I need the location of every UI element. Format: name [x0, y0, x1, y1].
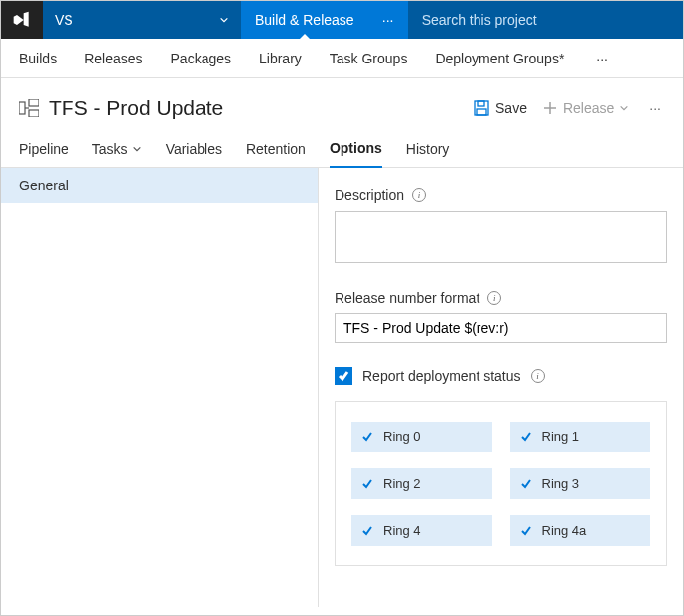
- tab-retention[interactable]: Retention: [246, 131, 306, 167]
- tabs: Pipeline Tasks Variables Retention Optio…: [1, 130, 683, 168]
- chevron-down-icon: [619, 103, 629, 113]
- project-name: VS: [55, 12, 73, 28]
- badge-ring-2[interactable]: Ring 2: [351, 468, 492, 499]
- svg-rect-1: [29, 99, 39, 106]
- release-definition-icon: [19, 99, 39, 117]
- info-icon[interactable]: i: [487, 291, 501, 305]
- badges-box: Ring 0 Ring 1 Ring 2 Ring 3 Ring 4 Ring …: [335, 401, 667, 566]
- badge-label: Ring 4: [383, 523, 421, 538]
- save-icon: [474, 100, 489, 116]
- description-input[interactable]: [335, 211, 667, 263]
- report-status-label: Report deployment status: [362, 368, 521, 384]
- info-icon[interactable]: i: [412, 188, 426, 202]
- svg-rect-4: [478, 101, 484, 106]
- secondary-nav: Builds Releases Packages Library Task Gr…: [1, 39, 683, 78]
- release-format-input[interactable]: [335, 313, 667, 343]
- badge-ring-0[interactable]: Ring 0: [351, 422, 492, 452]
- svg-rect-0: [19, 102, 25, 114]
- hub-build-release[interactable]: Build & Release: [241, 1, 368, 39]
- chevron-down-icon: [132, 144, 142, 154]
- badge-label: Ring 4a: [542, 523, 587, 538]
- description-label: Description: [335, 187, 404, 203]
- badge-ring-4[interactable]: Ring 4: [351, 515, 492, 546]
- nav-overflow[interactable]: ···: [592, 51, 612, 66]
- hub-overflow[interactable]: ···: [368, 1, 408, 39]
- sidebar: General: [1, 168, 319, 607]
- save-label: Save: [495, 100, 527, 116]
- save-button[interactable]: Save: [474, 100, 527, 116]
- title-left: TFS - Prod Update: [19, 96, 223, 120]
- report-status-row: Report deployment status i: [335, 367, 667, 385]
- actions-overflow[interactable]: ···: [645, 100, 665, 116]
- tab-pipeline[interactable]: Pipeline: [19, 131, 68, 167]
- title-actions: Save Release ···: [474, 100, 665, 116]
- body: General Description i Release number for…: [1, 168, 683, 607]
- check-icon: [361, 431, 373, 443]
- release-format-label: Release number format: [335, 290, 479, 306]
- search-box[interactable]: Search this project: [408, 1, 683, 39]
- svg-rect-5: [477, 109, 486, 115]
- page-title: TFS - Prod Update: [49, 96, 223, 120]
- tab-variables[interactable]: Variables: [166, 131, 222, 167]
- badge-label: Ring 0: [383, 430, 421, 444]
- sidebar-item-general[interactable]: General: [1, 168, 318, 203]
- report-status-checkbox[interactable]: [335, 367, 352, 385]
- badge-ring-1[interactable]: Ring 1: [510, 422, 651, 452]
- plus-icon: [543, 101, 557, 115]
- badge-ring-4a[interactable]: Ring 4a: [510, 515, 651, 546]
- tab-tasks-label: Tasks: [92, 141, 128, 157]
- content: Description i Release number format i Re…: [319, 168, 683, 607]
- description-label-row: Description i: [335, 187, 667, 203]
- nav-task-groups[interactable]: Task Groups: [330, 51, 408, 66]
- vsts-logo-icon: [12, 10, 32, 30]
- title-row: TFS - Prod Update Save Release ···: [1, 78, 683, 130]
- search-placeholder: Search this project: [422, 12, 537, 28]
- description-group: Description i: [335, 187, 667, 266]
- badge-label: Ring 3: [542, 476, 580, 491]
- tab-history[interactable]: History: [406, 131, 450, 167]
- logo-cell[interactable]: [1, 1, 43, 39]
- nav-builds[interactable]: Builds: [19, 51, 57, 66]
- nav-deployment-groups[interactable]: Deployment Groups*: [435, 51, 564, 66]
- ellipsis-icon: ···: [382, 12, 394, 28]
- tab-options[interactable]: Options: [330, 130, 382, 168]
- project-selector[interactable]: VS: [43, 1, 241, 39]
- info-icon[interactable]: i: [531, 369, 545, 383]
- nav-releases[interactable]: Releases: [84, 51, 142, 66]
- check-icon: [520, 431, 532, 443]
- check-icon: [361, 478, 373, 490]
- check-icon: [520, 525, 532, 537]
- check-icon: [361, 525, 373, 537]
- check-icon: [520, 478, 532, 490]
- badge-label: Ring 1: [542, 430, 580, 444]
- tab-tasks[interactable]: Tasks: [92, 131, 142, 167]
- release-label: Release: [563, 100, 614, 116]
- badge-label: Ring 2: [383, 476, 421, 491]
- check-icon: [338, 370, 349, 382]
- release-format-label-row: Release number format i: [335, 290, 667, 306]
- nav-library[interactable]: Library: [259, 51, 302, 66]
- hub-label: Build & Release: [255, 12, 354, 28]
- nav-packages[interactable]: Packages: [171, 51, 231, 66]
- chevron-down-icon: [219, 15, 229, 25]
- top-bar: VS Build & Release ··· Search this proje…: [1, 1, 683, 39]
- release-button[interactable]: Release: [543, 100, 629, 116]
- release-format-group: Release number format i: [335, 290, 667, 343]
- badge-ring-3[interactable]: Ring 3: [510, 468, 651, 499]
- svg-rect-2: [29, 110, 39, 117]
